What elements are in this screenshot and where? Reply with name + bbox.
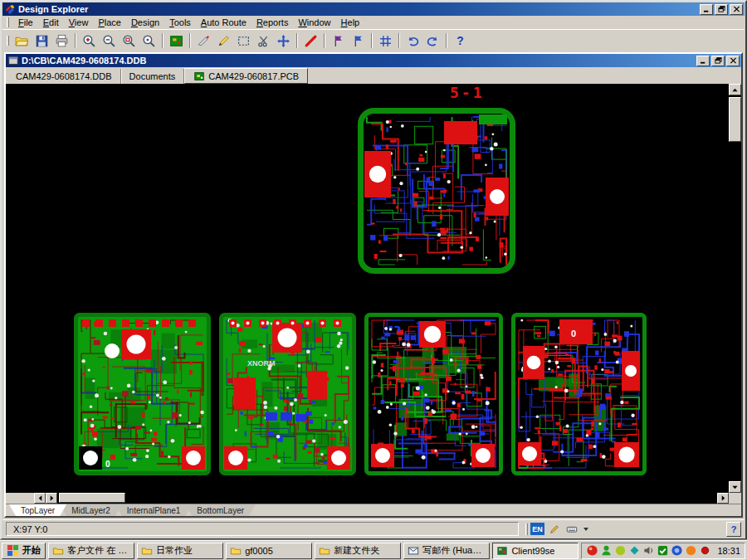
document-tab-cam429-060817-pcb[interactable]: CAM429-060817.PCB [184,68,308,84]
knife-button[interactable] [194,32,213,50]
pcb-board-1[interactable]: 0 [74,313,211,475]
toolbar-grip[interactable] [7,36,9,46]
app-titlebar[interactable]: Design Explorer [2,2,745,16]
place-flag-2-button[interactable] [349,32,368,50]
task-button--2ce-[interactable]: 客户文件 在 2ce... [48,543,134,559]
menu-file[interactable]: File [13,17,38,28]
redo-icon [426,34,440,48]
move-icon [276,34,290,48]
help-button[interactable]: ? [451,32,470,50]
undo-button[interactable] [403,32,422,50]
task-button-client99se[interactable]: Client99se [492,543,579,559]
tray-volume-icon[interactable] [642,544,655,557]
cut-button[interactable] [254,32,273,50]
menu-edit[interactable]: Edit [38,17,64,28]
horizontal-scroll-thumb[interactable] [59,493,125,503]
app-close-button[interactable] [730,4,743,15]
open-button[interactable] [12,32,32,50]
layer-tab-toplayer[interactable]: TopLayer [9,504,66,516]
menu-tools[interactable]: Tools [164,17,196,28]
place-flag-button[interactable] [329,32,348,50]
grid-button[interactable] [376,32,395,50]
draw-line-button[interactable] [214,32,233,50]
menu-window[interactable]: Window [293,17,335,28]
task-button--huang-y-[interactable]: 写邮件 (Huang.Y... [403,543,490,559]
folder-icon [230,545,242,557]
tray-orange-ball-icon[interactable] [685,544,697,557]
menu-view[interactable]: View [64,17,94,28]
task-button--[interactable]: 新建文件夹 [315,543,401,559]
tray-blue-ball-icon[interactable] [671,544,683,557]
scroll-up-button[interactable] [729,84,741,95]
app-minimize-button[interactable] [700,4,713,15]
select-area-icon [237,34,251,48]
document-titlebar[interactable]: D:\CB\CAM429-0608174.DDB [6,54,741,67]
tab-label: CAM429-0608174.DDB [16,71,112,81]
zoom-point-button[interactable] [139,32,159,50]
scroll-right-end-button[interactable] [717,493,729,504]
tab-label: CAM429-060817.PCB [208,71,299,81]
horizontal-scroll-track[interactable] [57,493,717,504]
redo-button[interactable] [423,32,442,50]
zoom-in-icon [82,34,96,48]
language-indicator[interactable]: EN [530,523,544,535]
app-restore-button[interactable] [715,4,728,15]
document-tab-cam429-0608174-ddb[interactable]: CAM429-0608174.DDB [7,69,121,84]
start-button[interactable]: 开始 [2,543,46,559]
highlight-button[interactable] [301,32,320,50]
canvas-area: 5-1 0XNORM0 [6,84,741,493]
scroll-right-button[interactable] [46,493,57,504]
menubar-grip[interactable] [7,17,9,27]
tray-red-ball-icon[interactable] [586,544,598,557]
tray-lime-ball-icon[interactable] [614,544,627,557]
zoom-in-button[interactable] [80,32,99,50]
document-close-button[interactable] [726,56,740,66]
vertical-scrollbar[interactable] [729,84,741,493]
document-minimize-button[interactable] [696,56,710,66]
menu-reports[interactable]: Reports [251,17,294,28]
menu-auto-route[interactable]: Auto Route [196,17,251,28]
grid-icon [378,34,393,48]
language-options-chevron[interactable] [583,528,588,531]
status-help-button[interactable]: ? [726,522,741,537]
document-tab-documents[interactable]: Documents [121,69,185,84]
menu-place[interactable]: Place [93,17,126,28]
taskbar-clock[interactable]: 18:31 [717,546,740,556]
vertical-scroll-track[interactable] [729,95,741,481]
tray-green-check-icon[interactable] [657,544,669,557]
zoom-out-button[interactable] [100,32,119,50]
keyboard-layout-icon[interactable] [564,523,579,536]
document-restore-button[interactable] [711,56,725,66]
layer-tab-internalplane1[interactable]: InternalPlane1 [115,504,193,516]
layer-tab-bottomlayer[interactable]: BottomLayer [185,504,256,516]
vertical-scroll-thumb[interactable] [729,97,741,142]
language-bar-grip[interactable] [525,523,528,535]
move-button[interactable] [274,32,293,50]
pcb-board-2[interactable]: XNORM [219,313,356,475]
pcb-board-top[interactable] [358,108,515,274]
print-button[interactable] [52,32,71,50]
save-button[interactable] [32,32,51,50]
zoom-out-icon [102,34,116,48]
scroll-down-button[interactable] [729,481,741,493]
task-button--[interactable]: 日常作业 [137,543,223,559]
task-label: 写邮件 (Huang.Y... [422,544,486,557]
tray-red-dot-icon[interactable] [699,544,711,557]
pcb-board-4[interactable]: 0 [511,313,647,475]
tray-teal-diamond-icon[interactable] [628,544,641,557]
tray-green-buddy-icon[interactable] [600,544,613,557]
task-button-gf0005[interactable]: gf0005 [226,543,312,559]
pcb-canvas[interactable]: 5-1 0XNORM0 [6,84,729,493]
select-area-button[interactable] [234,32,253,50]
task-label: gf0005 [245,546,273,556]
menu-help[interactable]: Help [336,17,365,28]
layer-tab-midlayer2[interactable]: MidLayer2 [60,504,122,516]
menu-design[interactable]: Design [126,17,164,28]
handwriting-icon[interactable] [547,523,562,536]
zoom-window-button[interactable] [120,32,139,50]
horizontal-scrollbar[interactable] [6,493,741,504]
scroll-left-button[interactable] [34,493,46,504]
document-tabbar: CAM429-0608174.DDBDocumentsCAM429-060817… [6,67,741,84]
pcb-board-3[interactable] [364,313,503,475]
board-browser-button[interactable] [167,32,186,50]
